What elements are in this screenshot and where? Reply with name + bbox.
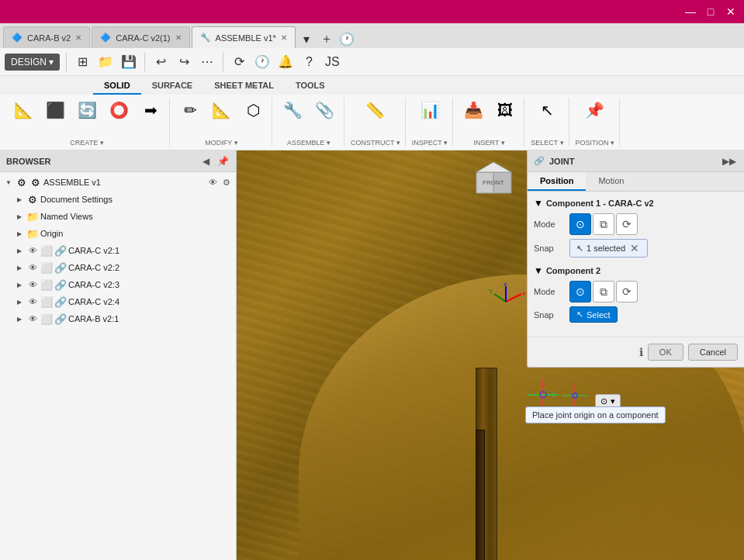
expand-origin[interactable]: ▶ bbox=[14, 228, 25, 239]
component2-mode-btn-1[interactable]: ⊙ bbox=[569, 281, 591, 302]
save-btn[interactable]: 💾 bbox=[119, 53, 138, 71]
maximize-button[interactable]: □ bbox=[704, 5, 718, 19]
tab-cara-b[interactable]: 🔷 CARA-B v2 ✕ bbox=[3, 26, 90, 48]
tab-cara-c-close[interactable]: ✕ bbox=[175, 33, 182, 42]
undo-btn[interactable]: ↩ bbox=[151, 53, 170, 71]
refresh-btn[interactable]: ⟳ bbox=[230, 53, 248, 71]
joint-cancel-button[interactable]: Cancel bbox=[688, 344, 738, 361]
expand-cara-c-v23[interactable]: ▶ bbox=[14, 279, 25, 290]
component1-mode-btn-2[interactable]: ⧉ bbox=[593, 213, 614, 235]
expand-cara-c-v24[interactable]: ▶ bbox=[14, 296, 25, 307]
tree-item-assemble[interactable]: ▼ ⚙ ⚙ ASSEMBLE v1 👁 ⚙ bbox=[0, 174, 236, 191]
component1-clear-btn[interactable]: ✕ bbox=[628, 242, 641, 254]
construct-plane-btn[interactable]: 📏 bbox=[361, 98, 389, 123]
expand-cara-b-v21[interactable]: ▶ bbox=[14, 313, 25, 324]
ribbon-group-insert: 📥 🖼 INSERT ▾ bbox=[455, 98, 524, 147]
expand-cara-c-v21[interactable]: ▶ bbox=[14, 245, 25, 256]
joint-tab-position[interactable]: Position bbox=[528, 172, 586, 191]
tab-assemble-close[interactable]: ✕ bbox=[281, 33, 287, 42]
viewport[interactable]: ⊙ ▾ Place joint origin on a component FR… bbox=[237, 150, 744, 560]
user-btn[interactable]: JS bbox=[323, 53, 341, 71]
icon-origin: 📁 bbox=[26, 228, 39, 240]
vis-cara-c-v21[interactable]: 👁 bbox=[26, 244, 39, 257]
vis-cara-b-v21[interactable]: 👁 bbox=[26, 313, 39, 325]
joint-ok-button[interactable]: OK bbox=[648, 344, 683, 361]
expand-named-views[interactable]: ▶ bbox=[14, 211, 25, 222]
vis-assemble[interactable]: 👁 bbox=[206, 176, 219, 188]
joint-component2-mode-row: Mode ⊙ ⧉ ⟳ bbox=[534, 281, 738, 302]
ribbon-tab-solid[interactable]: SOLID bbox=[93, 78, 141, 95]
create-more-btn[interactable]: ➡ bbox=[137, 98, 164, 123]
component2-select-btn[interactable]: ↖ Select bbox=[569, 306, 618, 323]
settings-btn-assemble[interactable]: ⚙ bbox=[220, 176, 233, 188]
icon-doc-settings: ⚙ bbox=[26, 194, 39, 206]
insert-btn[interactable]: 📥 bbox=[459, 98, 488, 123]
ribbon-tabs: SOLID SURFACE SHEET METAL TOOLS bbox=[0, 76, 744, 95]
modify-press-btn[interactable]: ✏ bbox=[176, 98, 204, 123]
component2-mode-label: Mode bbox=[534, 287, 565, 296]
browser-pin-btn[interactable]: 📌 bbox=[216, 154, 230, 168]
ribbon-tab-sheet-metal[interactable]: SHEET METAL bbox=[203, 78, 285, 95]
position-btn[interactable]: 📌 bbox=[580, 98, 609, 123]
create-hole-btn[interactable]: ⭕ bbox=[105, 98, 133, 123]
vis-cara-c-v24[interactable]: 👁 bbox=[26, 296, 39, 308]
tree-item-origin[interactable]: ▶ 📁 Origin bbox=[0, 225, 236, 242]
browser-collapse-btn[interactable]: ◀ bbox=[199, 154, 213, 168]
tab-overflow-button[interactable]: ▾ bbox=[297, 29, 316, 48]
component1-mode-btn-1[interactable]: ⊙ bbox=[569, 213, 591, 235]
tree-item-doc-settings[interactable]: ▶ ⚙ Document Settings bbox=[0, 191, 236, 208]
modify-fillet-btn[interactable]: 📐 bbox=[207, 98, 236, 123]
expand-doc-settings[interactable]: ▶ bbox=[14, 194, 25, 205]
viewport-mini-toolbar[interactable]: ⊙ ▾ bbox=[595, 394, 621, 409]
tab-cara-b-close[interactable]: ✕ bbox=[75, 33, 81, 42]
insert-decal-btn[interactable]: 🖼 bbox=[491, 99, 519, 123]
ribbon-tab-surface[interactable]: SURFACE bbox=[141, 78, 204, 95]
more-btn[interactable]: ⋯ bbox=[198, 53, 216, 71]
tab-cara-c[interactable]: 🔷 CARA-C v2(1) ✕ bbox=[92, 26, 189, 48]
expand-assemble[interactable]: ▼ bbox=[3, 177, 14, 188]
grid-btn[interactable]: ⊞ bbox=[73, 53, 92, 71]
assemble-joint-btn[interactable]: 🔧 bbox=[279, 98, 307, 123]
joint-info-button[interactable]: ℹ bbox=[639, 344, 643, 361]
help-btn[interactable]: ? bbox=[299, 53, 318, 71]
clock-btn[interactable]: 🕐 bbox=[253, 53, 272, 71]
tree-item-cara-c-v23[interactable]: ▶ 👁 ⬜ 🔗 CARA-C v2:3 bbox=[0, 276, 236, 293]
bell-btn[interactable]: 🔔 bbox=[276, 53, 295, 71]
minimize-button[interactable]: — bbox=[683, 5, 697, 19]
create-revolve-btn[interactable]: 🔄 bbox=[73, 98, 102, 123]
assemble-more-btn[interactable]: 📎 bbox=[310, 98, 339, 123]
nav-cube-area[interactable]: FRONT bbox=[469, 158, 519, 211]
new-tab-button[interactable]: ＋ bbox=[317, 29, 336, 48]
tree-item-named-views[interactable]: ▶ 📁 Named Views bbox=[0, 208, 236, 225]
ribbon-tab-tools[interactable]: TOOLS bbox=[285, 78, 336, 95]
joint-tab-motion[interactable]: Motion bbox=[586, 172, 636, 191]
files-btn[interactable]: 📁 bbox=[96, 53, 115, 71]
select-cursor-icon: ↖ bbox=[576, 309, 583, 320]
close-button[interactable]: ✕ bbox=[724, 5, 738, 19]
create-extrude-btn[interactable]: ⬛ bbox=[41, 98, 70, 123]
design-dropdown[interactable]: DESIGN ▾ bbox=[5, 54, 60, 71]
icon-assemble: ⚙ bbox=[16, 177, 28, 188]
vis-cara-c-v22[interactable]: 👁 bbox=[26, 261, 39, 274]
minibar-dropdown[interactable]: ▾ bbox=[611, 396, 615, 406]
component1-selected-badge: ↖ 1 selected ✕ bbox=[569, 239, 648, 258]
joint-expand-btn[interactable]: ▶▶ bbox=[721, 154, 738, 168]
tree-item-cara-c-v22[interactable]: ▶ 👁 ⬜ 🔗 CARA-C v2:2 bbox=[0, 259, 236, 276]
tab-history-button[interactable]: 🕐 bbox=[337, 29, 356, 48]
inspect-measure-btn[interactable]: 📊 bbox=[416, 98, 445, 123]
tab-assemble[interactable]: 🔧 ASSEMBLE v1* ✕ bbox=[192, 26, 296, 48]
create-sketch-btn[interactable]: 📐 bbox=[9, 98, 38, 123]
redo-btn[interactable]: ↪ bbox=[175, 53, 193, 71]
tree-item-cara-c-v24[interactable]: ▶ 👁 ⬜ 🔗 CARA-C v2:4 bbox=[0, 293, 236, 310]
tree-item-cara-b-v21[interactable]: ▶ 👁 ⬜ 🔗 CARA-B v2:1 bbox=[0, 310, 236, 327]
component2-mode-btn-2[interactable]: ⧉ bbox=[593, 281, 614, 302]
expand-cara-c-v22[interactable]: ▶ bbox=[14, 262, 25, 273]
create-group-label: CREATE ▾ bbox=[70, 139, 103, 147]
component2-mode-btn-3[interactable]: ⟳ bbox=[616, 281, 638, 302]
select-btn[interactable]: ↖ bbox=[533, 98, 561, 123]
joint-component1-snap-row: Snap ↖ 1 selected ✕ bbox=[534, 239, 738, 258]
tree-item-cara-c-v21[interactable]: ▶ 👁 ⬜ 🔗 CARA-C v2:1 bbox=[0, 242, 236, 259]
modify-shell-btn[interactable]: ⬡ bbox=[239, 98, 267, 123]
vis-cara-c-v23[interactable]: 👁 bbox=[26, 278, 39, 291]
component1-mode-btn-3[interactable]: ⟳ bbox=[616, 213, 638, 235]
